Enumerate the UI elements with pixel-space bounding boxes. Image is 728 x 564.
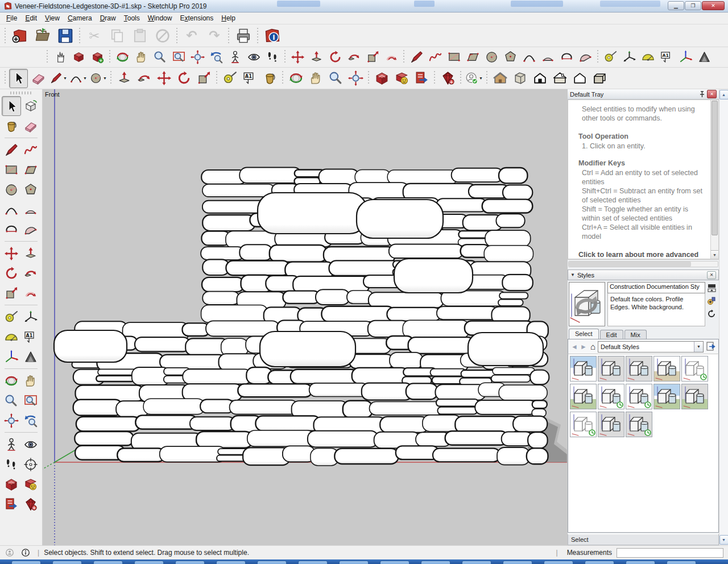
menu-extensions[interactable]: Extensions bbox=[176, 13, 217, 23]
paste-button[interactable] bbox=[129, 26, 151, 46]
walk-button[interactable] bbox=[264, 48, 282, 67]
new-button[interactable] bbox=[9, 26, 31, 46]
freehand-button[interactable] bbox=[21, 140, 40, 160]
zoom-previous-button[interactable] bbox=[21, 410, 40, 430]
text-tool-button[interactable]: A1 bbox=[21, 327, 40, 347]
orbit-button[interactable] bbox=[2, 371, 21, 391]
look-around-button[interactable] bbox=[21, 434, 40, 454]
move-button[interactable] bbox=[289, 48, 307, 67]
zoom-previous-button[interactable] bbox=[208, 48, 225, 67]
redo-button[interactable]: ↷ bbox=[204, 26, 225, 46]
diamond-button[interactable]: + bbox=[21, 494, 40, 514]
circle-tool-button[interactable] bbox=[2, 180, 21, 200]
text-tool-button[interactable]: A1 bbox=[658, 48, 676, 67]
taskbar-button-17[interactable] bbox=[667, 561, 696, 564]
protractor-button[interactable] bbox=[2, 327, 21, 347]
open-button[interactable] bbox=[32, 26, 53, 46]
zoom-window-button[interactable] bbox=[21, 391, 40, 410]
pan-button[interactable] bbox=[133, 48, 150, 67]
taskbar-button-15[interactable] bbox=[585, 561, 614, 564]
move-button[interactable] bbox=[2, 243, 21, 263]
scrollbar-thumb[interactable] bbox=[712, 101, 718, 235]
style-thumbnail-1[interactable] bbox=[570, 356, 597, 381]
style-thumbnail-5[interactable] bbox=[681, 356, 708, 381]
pie2-button[interactable] bbox=[577, 48, 594, 67]
axes-tool-button[interactable] bbox=[677, 48, 694, 67]
zoom-extents-button[interactable] bbox=[2, 410, 21, 430]
geolocation-icon[interactable] bbox=[5, 548, 15, 558]
section-button[interactable] bbox=[696, 48, 713, 67]
style-description-field[interactable]: Default face colors. Profile Edges. Whit… bbox=[607, 293, 705, 326]
push-pull-button[interactable] bbox=[115, 69, 134, 88]
taskbar-button-12[interactable] bbox=[462, 561, 491, 564]
pan-button[interactable] bbox=[21, 371, 40, 391]
model-info-button[interactable]: i bbox=[262, 26, 283, 46]
pan-button[interactable] bbox=[307, 69, 325, 88]
zoom-extents-button[interactable] bbox=[189, 48, 206, 67]
update-style-icon[interactable] bbox=[706, 309, 717, 319]
pie-button[interactable] bbox=[539, 48, 557, 67]
style-thumbnail-13[interactable] bbox=[626, 412, 652, 437]
component-button[interactable] bbox=[70, 48, 88, 67]
taskbar-button-14[interactable] bbox=[544, 561, 573, 564]
warehouse-button[interactable] bbox=[2, 474, 21, 494]
print-button[interactable] bbox=[233, 26, 254, 46]
taskbar-button-13[interactable] bbox=[503, 561, 532, 564]
measurements-input[interactable] bbox=[617, 548, 723, 558]
close-button[interactable]: ✕ bbox=[702, 1, 725, 10]
house-dark-button[interactable] bbox=[531, 69, 549, 88]
rot-rect-button[interactable] bbox=[21, 160, 40, 180]
menu-view[interactable]: View bbox=[41, 13, 64, 23]
arc-button[interactable] bbox=[520, 48, 538, 67]
circle-tool-button[interactable]: ▼ bbox=[89, 69, 107, 88]
styles-close-icon[interactable]: ✕ bbox=[707, 271, 716, 279]
taskbar-button-2[interactable] bbox=[52, 561, 82, 564]
house-top-button[interactable] bbox=[551, 69, 569, 88]
avatar-button[interactable]: ▼ bbox=[465, 69, 483, 88]
style-thumbnail-8[interactable] bbox=[626, 384, 652, 409]
section-button[interactable] bbox=[21, 347, 40, 367]
minimize-button[interactable]: ▁ bbox=[668, 1, 684, 10]
dropdown-caret-icon[interactable]: ▼ bbox=[103, 76, 107, 80]
scroll-down-icon[interactable]: ▼ bbox=[711, 250, 718, 259]
select-hand-button[interactable] bbox=[51, 48, 69, 67]
forward-arrow-icon[interactable]: ► bbox=[579, 343, 588, 351]
text-tool-button[interactable]: A1 bbox=[241, 69, 259, 88]
house-box-button[interactable] bbox=[511, 69, 530, 88]
offset-button[interactable] bbox=[21, 283, 40, 303]
orbit-button[interactable] bbox=[287, 69, 305, 88]
pin-icon[interactable] bbox=[698, 90, 706, 98]
freehand-button[interactable] bbox=[427, 48, 444, 67]
orbit-button[interactable] bbox=[114, 48, 131, 67]
menu-edit[interactable]: Edit bbox=[21, 13, 41, 23]
style-thumbnail-7[interactable] bbox=[598, 384, 624, 409]
taskbar-button-3[interactable] bbox=[93, 561, 123, 564]
toolbar-drag-handle[interactable] bbox=[4, 71, 7, 86]
taskbar-button-8[interactable] bbox=[298, 561, 328, 564]
tab-edit[interactable]: Edit bbox=[600, 330, 623, 339]
style-name-field[interactable]: Construction Documentation Sty bbox=[607, 282, 705, 293]
menu-camera[interactable]: Camera bbox=[64, 13, 96, 23]
arc3-button[interactable] bbox=[2, 219, 21, 239]
dropdown-caret-icon[interactable]: ▼ bbox=[83, 76, 87, 80]
taskbar-button-7[interactable] bbox=[257, 561, 287, 564]
line-button[interactable]: ▼ bbox=[49, 69, 68, 88]
secondary-pane-icon[interactable] bbox=[706, 283, 717, 293]
walk-button[interactable] bbox=[2, 454, 21, 474]
arc-button[interactable] bbox=[2, 200, 21, 219]
house-flat-button[interactable] bbox=[590, 69, 609, 88]
dropdown-caret-icon[interactable]: ▼ bbox=[694, 342, 703, 352]
styles-section-header[interactable]: ▼ Styles ✕ bbox=[568, 269, 719, 280]
diamond-button[interactable]: + bbox=[439, 69, 457, 88]
arc3-button[interactable] bbox=[558, 48, 576, 67]
tab-select[interactable]: Select bbox=[569, 329, 599, 339]
zoom-button[interactable] bbox=[151, 48, 169, 67]
send-doc-button[interactable] bbox=[412, 69, 431, 88]
tape-button[interactable] bbox=[602, 48, 619, 67]
menu-help[interactable]: Help bbox=[217, 13, 239, 23]
taskbar-button-9[interactable] bbox=[339, 561, 369, 564]
style-thumbnail-6[interactable] bbox=[570, 384, 597, 409]
style-thumbnail-3[interactable] bbox=[626, 356, 652, 381]
learn-more-link[interactable]: Click to learn about more advanced opera… bbox=[576, 250, 707, 259]
back-arrow-icon[interactable]: ◄ bbox=[570, 343, 579, 351]
